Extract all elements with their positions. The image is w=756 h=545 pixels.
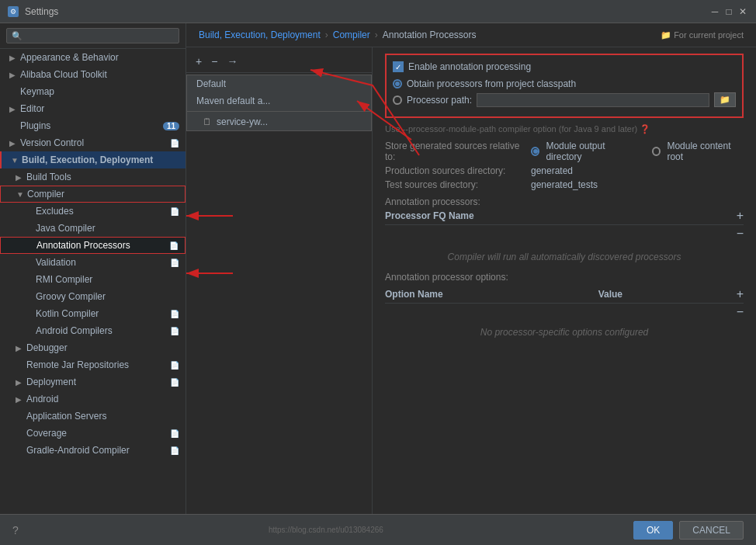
divider: [187, 111, 371, 112]
url-bar: https://blog.csdn.net/u013084266: [269, 526, 383, 534]
enable-row: ✓ Enable annotation processing: [393, 61, 736, 72]
sidebar-item-editor[interactable]: ▶ Editor: [0, 100, 186, 117]
sidebar-item-label: Deployment: [26, 377, 76, 387]
page-icon: 📄: [170, 429, 179, 438]
sidebar-item-label: Keymap: [20, 86, 54, 97]
expand-icon: ▶: [9, 105, 17, 113]
sidebar-item-label: Coverage: [26, 428, 67, 439]
sidebar-item-label: Annotation Processors: [36, 240, 130, 251]
sidebar-item-label: Build, Execution, Deployment: [22, 154, 153, 165]
remove-processor-fq-button[interactable]: −: [737, 227, 744, 241]
sidebar-item-label: Remote Jar Repositories: [26, 359, 129, 370]
production-value: generated: [531, 165, 573, 176]
window-title: Settings: [25, 6, 58, 17]
options-table-header: Option Name Value +: [385, 286, 744, 304]
remove-processor-button[interactable]: −: [208, 54, 220, 69]
processor-table-header: Processor FQ Name +: [385, 207, 744, 225]
sidebar-item-validation[interactable]: Validation 📄: [0, 254, 186, 271]
expand-icon: ▶: [16, 344, 23, 352]
sidebar-item-compiler[interactable]: ▼ Compiler: [0, 186, 186, 203]
sidebar-item-label: Gradle-Android Compiler: [26, 445, 130, 456]
option-name-label: Option Name: [385, 289, 443, 300]
for-current-label: For current project: [674, 30, 744, 40]
page-icon: 📄: [170, 327, 179, 335]
add-processor-button[interactable]: +: [192, 54, 205, 69]
sidebar-item-label: Alibaba Cloud Toolkit: [20, 69, 107, 80]
sidebar-item-build-tools[interactable]: ▶ Build Tools: [0, 168, 186, 186]
title-bar-left: ⚙ Settings: [8, 6, 58, 17]
maven-default-item[interactable]: Maven default a...: [187, 92, 371, 109]
minimize-button[interactable]: ─: [709, 6, 720, 17]
page-icon: 📄: [170, 207, 179, 216]
processor-list-panel: + − → Default Maven default a... 🗒 servi…: [186, 47, 373, 514]
file-small-icon: 🗒: [203, 116, 212, 127]
sidebar-item-android-compilers[interactable]: Android Compilers 📄: [0, 322, 186, 339]
browse-button[interactable]: 📁: [714, 92, 736, 107]
processor-path-input[interactable]: [477, 93, 709, 107]
title-bar-controls[interactable]: ─ □ ✕: [709, 6, 748, 17]
compiler-message: Compiler will run all automatically disc…: [385, 252, 744, 262]
sidebar-item-gradle-android[interactable]: Gradle-Android Compiler 📄: [0, 442, 186, 459]
add-processor-fq-button[interactable]: +: [737, 209, 744, 223]
service-item[interactable]: 🗒 service-yw...: [187, 113, 371, 130]
breadcrumb-compiler[interactable]: Compiler: [333, 30, 370, 40]
store-row: Store generated sources relative to: Mod…: [385, 141, 744, 162]
processor-path-label: Processor path:: [407, 95, 472, 106]
default-profile-item[interactable]: Default: [187, 75, 371, 92]
page-icon: 📄: [170, 259, 179, 267]
sidebar-item-deployment[interactable]: ▶ Deployment 📄: [0, 373, 186, 391]
bottom-bar: ? https://blog.csdn.net/u013084266 OK CA…: [0, 514, 756, 545]
breadcrumb-sep2: ›: [375, 30, 378, 40]
sidebar-item-label: Java Compiler: [36, 223, 95, 234]
sidebar-item-annotation-processors[interactable]: Annotation Processors 📄: [0, 237, 186, 254]
sidebar-item-label: Version Control: [20, 137, 84, 148]
service-label: service-yw...: [217, 116, 268, 127]
main-container: ▶ Appearance & Behavior ▶ Alibaba Cloud …: [0, 23, 756, 514]
processor-path-option: Processor path: 📁: [393, 92, 736, 107]
breadcrumb-build[interactable]: Build, Execution, Deployment: [199, 30, 321, 40]
sidebar-item-java-compiler[interactable]: Java Compiler: [0, 220, 186, 237]
plugins-badge: 11: [163, 122, 179, 130]
sidebar-item-rmi-compiler[interactable]: RMI Compiler: [0, 271, 186, 288]
sidebar-item-debugger[interactable]: ▶ Debugger: [0, 339, 186, 356]
sidebar-item-remote-jar[interactable]: Remote Jar Repositories 📄: [0, 356, 186, 373]
sidebar-item-plugins[interactable]: Plugins 11: [0, 117, 186, 134]
profile-list: Default Maven default a... 🗒 service-yw.…: [186, 75, 372, 131]
sidebar-item-alibaba[interactable]: ▶ Alibaba Cloud Toolkit: [0, 66, 186, 83]
sidebar-item-label: Editor: [20, 103, 44, 114]
close-button[interactable]: ✕: [737, 6, 748, 17]
content-area: Build, Execution, Deployment › Compiler …: [186, 23, 756, 514]
sidebar-item-build-execution[interactable]: ▼ Build, Execution, Deployment: [0, 151, 186, 168]
processor-path-radio[interactable]: [393, 95, 402, 105]
expand-icon: ▶: [16, 395, 23, 404]
copy-processor-button[interactable]: →: [224, 54, 241, 69]
title-bar: ⚙ Settings ─ □ ✕: [0, 0, 756, 23]
obtain-radio[interactable]: [393, 79, 402, 89]
remove-option-button[interactable]: −: [737, 305, 744, 319]
enable-checkbox[interactable]: ✓: [393, 61, 404, 72]
ok-button[interactable]: OK: [633, 521, 673, 540]
sidebar-item-groovy-compiler[interactable]: Groovy Compiler: [0, 288, 186, 305]
cancel-button[interactable]: CANCEL: [679, 521, 744, 540]
sidebar-item-android[interactable]: ▶ Android: [0, 391, 186, 408]
form-panel: ✓ Enable annotation processing Obtain pr…: [373, 47, 756, 514]
help-button[interactable]: ?: [12, 524, 19, 536]
module-content-radio[interactable]: [652, 147, 661, 156]
maximize-button[interactable]: □: [723, 6, 734, 17]
add-option-button[interactable]: +: [737, 287, 744, 301]
sidebar-item-kotlin-compiler[interactable]: Kotlin Compiler 📄: [0, 305, 186, 322]
sidebar-item-keymap[interactable]: Keymap: [0, 83, 186, 100]
sidebar-item-appearance[interactable]: ▶ Appearance & Behavior: [0, 49, 186, 66]
value-label: Value: [598, 289, 622, 300]
breadcrumb-sep1: ›: [325, 30, 328, 40]
sidebar-item-label: Debugger: [26, 342, 68, 353]
processor-fq-label: Processor FQ Name: [385, 210, 474, 221]
production-sources-row: Production sources directory: generated: [385, 165, 744, 176]
search-input[interactable]: [6, 28, 179, 43]
sidebar-item-version-control[interactable]: ▶ Version Control 📄: [0, 134, 186, 151]
sidebar-item-coverage[interactable]: Coverage 📄: [0, 425, 186, 442]
sidebar-item-excludes[interactable]: Excludes 📄: [0, 203, 186, 220]
expand-icon: ▼: [11, 156, 19, 165]
module-output-radio[interactable]: [531, 147, 539, 156]
sidebar-item-app-servers[interactable]: Application Servers: [0, 408, 186, 425]
